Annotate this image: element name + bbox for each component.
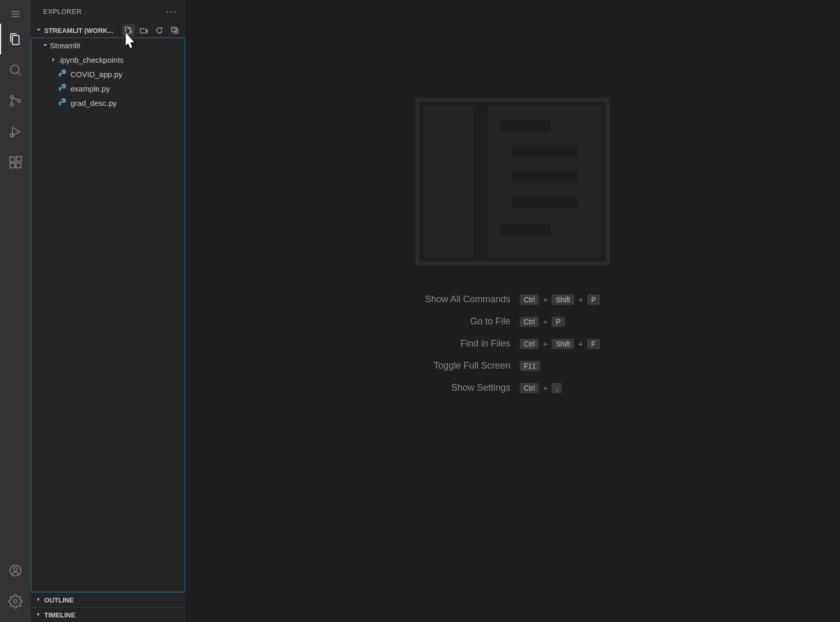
editor-area: Show All CommandsCtrl+Shift+PGo to FileC… — [185, 0, 840, 622]
svg-rect-13 — [16, 156, 21, 161]
activity-source-control[interactable] — [0, 85, 31, 116]
plus-separator: + — [578, 339, 583, 348]
activity-bar — [0, 0, 31, 622]
svg-point-6 — [10, 103, 13, 106]
shortcut-label: Find in Files — [425, 338, 510, 349]
activity-explorer[interactable] — [0, 24, 31, 54]
timeline-panel-header[interactable]: TIMELINE — [31, 607, 185, 622]
chevron-down-icon — [35, 26, 42, 35]
plus-separator: + — [543, 295, 547, 304]
shortcut-label: Show Settings — [425, 382, 510, 393]
explorer-header: EXPLORER ··· — [31, 0, 185, 23]
svg-point-16 — [14, 600, 17, 603]
keyboard-key: P — [587, 295, 600, 305]
python-file-icon — [58, 83, 68, 94]
svg-point-5 — [10, 96, 13, 99]
shortcut-label: Show All Commands — [425, 294, 510, 305]
activity-run-debug[interactable] — [0, 116, 31, 147]
tree-file-covid-app[interactable]: COVID_app.py — [31, 67, 185, 81]
svg-rect-26 — [500, 119, 551, 132]
chevron-right-icon — [35, 611, 42, 619]
explorer-title: EXPLORER — [43, 8, 82, 15]
activity-settings[interactable] — [0, 586, 31, 617]
keyboard-key: Shift — [552, 339, 574, 349]
svg-point-3 — [11, 65, 19, 74]
keyboard-key: P — [552, 317, 564, 327]
shortcut-keys: Ctrl+P — [520, 317, 600, 327]
workspace-label: STREAMLIT (WORK... — [44, 27, 122, 34]
outline-panel-header[interactable]: OUTLINE — [31, 592, 185, 607]
new-file-button[interactable] — [122, 24, 135, 36]
svg-rect-21 — [172, 27, 176, 32]
keyboard-key: F — [587, 339, 600, 349]
svg-rect-24 — [424, 106, 473, 257]
new-folder-button[interactable] — [138, 24, 150, 36]
explorer-more-icon[interactable]: ··· — [166, 6, 177, 17]
svg-line-4 — [18, 72, 21, 75]
svg-point-15 — [14, 568, 17, 571]
python-file-icon — [58, 69, 68, 79]
collapse-all-button[interactable] — [169, 24, 181, 36]
tree-item-label: .ipynb_checkpoints — [58, 56, 124, 64]
svg-point-7 — [17, 99, 21, 102]
svg-rect-12 — [16, 163, 21, 168]
explorer-sidebar: EXPLORER ··· STREAMLIT (WORK... Streamli… — [31, 0, 185, 622]
welcome-shortcuts: Show All CommandsCtrl+Shift+PGo to FileC… — [425, 294, 600, 393]
panel-label: TIMELINE — [44, 611, 76, 619]
activity-accounts[interactable] — [0, 555, 31, 586]
tree-item-label: COVID_app.py — [70, 70, 122, 79]
plus-separator: + — [543, 383, 547, 392]
shortcut-keys: Ctrl+, — [520, 383, 600, 393]
keyboard-key: Ctrl — [520, 339, 539, 349]
plus-separator: + — [543, 339, 547, 348]
svg-rect-10 — [10, 157, 15, 162]
tree-item-label: Streamlit — [50, 41, 80, 50]
svg-rect-27 — [512, 145, 578, 157]
keyboard-key: F11 — [520, 361, 540, 371]
plus-separator: + — [578, 295, 583, 304]
refresh-button[interactable] — [153, 24, 166, 36]
activity-extensions[interactable] — [0, 147, 31, 178]
tree-folder-streamlit[interactable]: Streamlit — [31, 38, 185, 52]
shortcut-keys: Ctrl+Shift+P — [520, 295, 600, 305]
svg-rect-28 — [512, 171, 578, 183]
chevron-down-icon — [41, 42, 50, 49]
file-tree[interactable]: Streamlit .ipynb_checkpoints COVID_app.p… — [31, 38, 185, 592]
keyboard-key: Ctrl — [520, 383, 539, 393]
tree-file-example[interactable]: example.py — [31, 81, 185, 96]
python-file-icon — [58, 98, 68, 108]
plus-separator: + — [543, 317, 547, 326]
vscode-watermark-icon — [415, 98, 610, 265]
keyboard-key: Shift — [552, 295, 574, 305]
chevron-right-icon — [49, 56, 58, 63]
workspace-header[interactable]: STREAMLIT (WORK... — [31, 23, 185, 38]
tree-item-label: example.py — [70, 84, 110, 93]
tree-file-grad-desc[interactable]: grad_desc.py — [31, 96, 185, 110]
activity-search[interactable] — [0, 54, 31, 85]
svg-rect-11 — [10, 163, 15, 168]
svg-rect-29 — [512, 196, 578, 209]
keyboard-key: Ctrl — [520, 295, 539, 305]
shortcut-keys: F11 — [520, 361, 600, 371]
app-menu-button[interactable] — [0, 4, 31, 24]
shortcut-label: Toggle Full Screen — [425, 360, 510, 371]
keyboard-key: Ctrl — [520, 317, 539, 327]
tree-folder-ipynb-checkpoints[interactable]: .ipynb_checkpoints — [31, 52, 185, 67]
shortcut-keys: Ctrl+Shift+F — [520, 339, 600, 349]
panel-label: OUTLINE — [44, 596, 74, 604]
svg-rect-30 — [500, 224, 551, 236]
tree-item-label: grad_desc.py — [70, 99, 117, 107]
shortcut-label: Go to File — [425, 316, 510, 327]
chevron-right-icon — [35, 596, 42, 605]
keyboard-key: , — [552, 383, 562, 393]
